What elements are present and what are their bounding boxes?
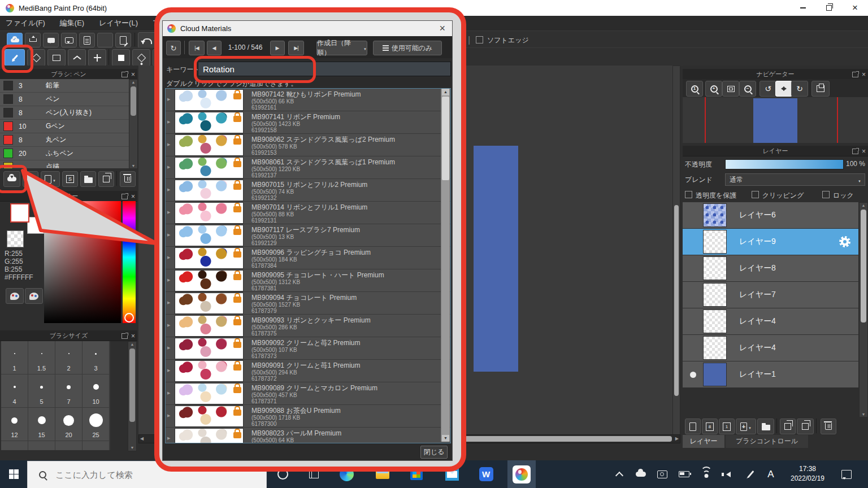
material-item[interactable]: MB907015 リボンとフリル2 Premium(500x500) 74 KB… <box>166 179 450 202</box>
menu-layer[interactable]: レイヤー(L) <box>99 18 138 28</box>
material-item[interactable]: MB909088 お茶会U Premium(500x500) 1718 KB61… <box>166 405 450 428</box>
comment-button[interactable] <box>43 33 59 47</box>
lock-checkbox[interactable] <box>822 191 830 198</box>
blend-dropdown[interactable]: 通常 <box>725 173 865 186</box>
brush-cloud-download-button[interactable] <box>3 171 20 187</box>
brush-size-cell[interactable]: 1 <box>1 341 28 374</box>
rotate-ccw-button[interactable] <box>760 81 776 97</box>
first-page-button[interactable] <box>189 41 205 55</box>
brush-size-cell[interactable]: 15 <box>28 408 55 441</box>
brush-size-cell[interactable]: 25 <box>83 408 109 441</box>
canvas-visible-slice[interactable] <box>474 146 518 372</box>
background-color-swatch[interactable] <box>27 217 44 234</box>
scroll-up-icon[interactable]: ▲ <box>128 342 136 347</box>
tab-brush-control[interactable]: ブラシコントロール <box>726 435 808 448</box>
layer-settings-gear-icon[interactable] <box>839 236 850 247</box>
layer-folder-button[interactable] <box>757 419 774 434</box>
brush-duplicate-button[interactable] <box>98 171 114 187</box>
material-item[interactable]: MB909092 クリームと苺2 Premium(500x500) 107 KB… <box>166 337 450 360</box>
clipping-checkbox[interactable] <box>752 191 759 198</box>
scroll-up-icon[interactable]: ▲ <box>129 80 137 85</box>
sv-cursor[interactable] <box>45 202 51 208</box>
panel-close-icon[interactable] <box>131 71 135 78</box>
material-item[interactable]: MB907142 靴ひもリボンF Premium(500x500) 66 KB6… <box>166 89 450 111</box>
brush-delete-button[interactable] <box>120 171 136 187</box>
keyword-input[interactable] <box>198 62 451 76</box>
zoom-out-button[interactable]: − <box>739 81 756 97</box>
upload-button[interactable] <box>25 33 41 47</box>
material-item[interactable]: MB907141 リボンF Premium(500x500) 1423 KB61… <box>166 111 450 134</box>
flip-horizontal-button[interactable] <box>811 81 830 97</box>
scroll-thumb[interactable] <box>442 97 449 180</box>
restore-button[interactable] <box>816 0 842 16</box>
scroll-down-icon[interactable]: ▼ <box>128 445 136 451</box>
layer-add-button[interactable] <box>685 419 701 434</box>
soft-edge-checkbox[interactable] <box>476 36 483 43</box>
close-button[interactable] <box>842 0 868 16</box>
layer-duplicate-button[interactable] <box>780 419 796 434</box>
taskbar-clock[interactable]: 17:38 2022/02/19 <box>782 464 833 483</box>
tray-battery[interactable] <box>675 460 693 488</box>
taskbar-medibang-active[interactable] <box>507 460 536 488</box>
scroll-down-icon[interactable]: ▼ <box>442 435 449 442</box>
palette-button[interactable] <box>6 288 24 304</box>
material-item[interactable]: MB907014 リボンとフリル1 Premium(500x500) 88 KB… <box>166 202 450 224</box>
brush-size-cell[interactable]: 4 <box>1 374 28 407</box>
tray-screen-record[interactable] <box>653 460 671 488</box>
undo-button[interactable] <box>138 32 156 48</box>
brush-size-cell[interactable]: 1.5 <box>28 341 55 374</box>
comment-outline-button[interactable] <box>61 33 77 47</box>
popout-icon[interactable] <box>121 72 128 77</box>
material-item[interactable]: MB908062 ステンドグラス風葉っぱ2 Premium(500x500) 5… <box>166 134 450 156</box>
tray-pen[interactable] <box>741 460 760 488</box>
tray-wifi[interactable] <box>697 460 715 488</box>
popout-icon[interactable] <box>852 149 858 154</box>
brush-size-cell[interactable]: 7 <box>55 374 82 407</box>
layer-add-type-button[interactable] <box>736 419 756 434</box>
material-item[interactable]: MB909091 クリームと苺1 Premium(500x500) 294 KB… <box>166 360 450 382</box>
panel-close-icon[interactable] <box>131 333 135 339</box>
panel-close-icon[interactable] <box>862 148 866 155</box>
popout-icon[interactable] <box>852 72 858 77</box>
document-history-button[interactable] <box>97 33 113 47</box>
hue-cursor[interactable] <box>124 313 134 323</box>
brush-size-cell[interactable] <box>83 441 109 450</box>
protect-alpha-checkbox[interactable] <box>685 191 692 198</box>
layer-merge-button[interactable] <box>797 419 814 434</box>
zoom-in-button[interactable]: + <box>705 81 722 97</box>
polyline-select-tool-button[interactable] <box>68 49 86 66</box>
layer-add-1bit-button[interactable]: 1 <box>719 419 735 434</box>
palette-edit-button[interactable] <box>25 288 43 304</box>
material-item[interactable]: MB909094 チョコレート Premium(500x500) 1527 KB… <box>166 292 450 315</box>
bucket-tool-button[interactable] <box>132 49 150 66</box>
action-center[interactable] <box>836 460 857 488</box>
document-button[interactable] <box>79 33 95 47</box>
eraser-tool-button[interactable] <box>27 49 45 66</box>
layer-row[interactable]: レイヤー1 <box>683 361 858 388</box>
prev-page-button[interactable] <box>207 41 222 55</box>
transparent-color-swatch[interactable] <box>7 230 24 247</box>
rect-select-tool-button[interactable] <box>47 49 66 66</box>
zoom-actual-button[interactable]: 1 <box>686 81 703 97</box>
next-page-button[interactable] <box>270 41 285 55</box>
material-item[interactable]: MB908061 ステンドグラス風葉っぱ1 Premium(500x500) 1… <box>166 156 450 179</box>
brush-item[interactable]: 8丸ペン <box>0 133 129 147</box>
cloud-sync-button[interactable]: ✓ <box>7 33 23 47</box>
layer-add-8bit-button[interactable]: 8 <box>702 419 718 434</box>
tray-volume[interactable] <box>718 460 736 488</box>
brush-item[interactable]: 8ペン <box>0 93 129 106</box>
layer-row[interactable]: レイヤー7 <box>683 282 858 308</box>
saturation-value-picker[interactable] <box>44 201 121 323</box>
brush-item[interactable]: 20ふちペン <box>0 147 129 160</box>
refresh-button[interactable] <box>166 41 181 55</box>
foreground-color-swatch[interactable] <box>10 203 29 223</box>
dialog-close-button[interactable]: 閉じる <box>420 446 448 459</box>
brush-size-cell[interactable] <box>28 441 55 450</box>
move-tool-button[interactable] <box>88 49 106 66</box>
brush-script-button[interactable]: S <box>62 171 78 187</box>
brush-item[interactable]: 10Gペン <box>0 120 129 133</box>
brush-item[interactable]: 8ペン(入り抜き) <box>0 106 129 120</box>
opacity-slider[interactable] <box>725 159 844 169</box>
brush-item[interactable]: 点描 <box>0 160 129 168</box>
material-item[interactable]: MB908023 パールM Premium(500x500) 64 KB <box>166 428 450 443</box>
